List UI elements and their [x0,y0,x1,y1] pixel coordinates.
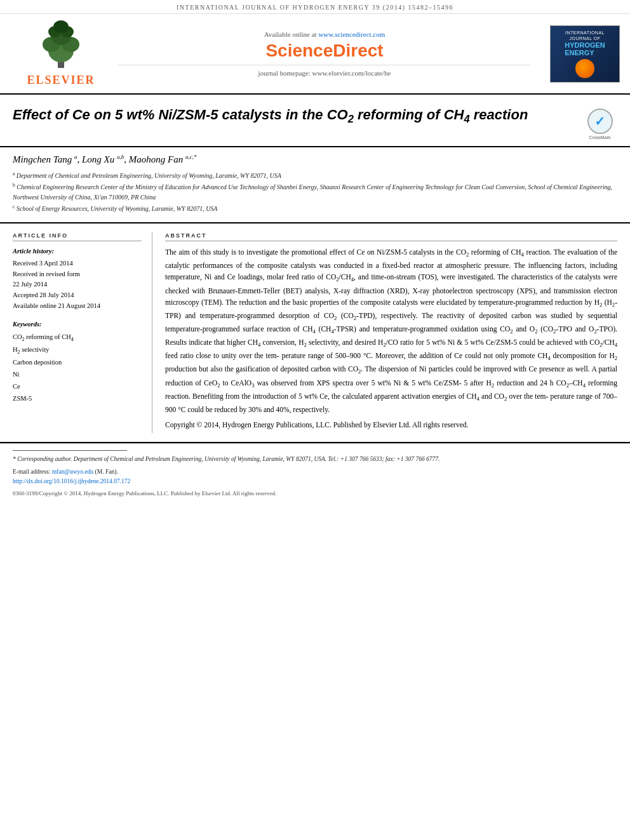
abstract-header: Abstract [165,232,617,241]
affiliation-c: c School of Energy Resources, University… [13,203,617,213]
elsevier-logo: ELSEVIER [10,20,112,87]
abstract-text: The aim of this study is to investigate … [165,246,617,431]
affiliation-a: a Department of Chemical and Petroleum E… [13,170,617,180]
journal-cover: InternationalJournal of HYDROGENENERGY [550,25,620,83]
received-date: Received 3 April 2014 [13,258,142,269]
publisher-logo-area: ELSEVIER [10,20,112,87]
affiliations: a Department of Chemical and Petroleum E… [13,170,617,213]
doi-line: http://dx.doi.org/10.1016/j.ijhydene.201… [13,477,617,486]
authors-line: Mingchen Tang a, Long Xu a,b, Maohong Fa… [13,154,617,165]
abstract-column: Abstract The aim of this study is to inv… [165,232,617,434]
keyword-1: CO2 reforming of CH4 [13,331,142,344]
issn-line: 0360-3199/Copyright © 2014, Hydrogen Ene… [13,489,617,498]
author-3: Maohong Fan [129,154,183,164]
affiliation-b: b Chemical Engineering Research Center o… [13,182,617,201]
keywords-label: Keywords: [13,319,142,330]
abstract-paragraph: The aim of this study is to investigate … [165,246,617,415]
revised-date: Received in revised form22 July 2014 [13,269,142,291]
journal-cover-energy: HYDROGENENERGY [565,41,605,57]
sciencedirect-url[interactable]: www.sciencedirect.com [318,30,385,38]
journal-homepage-text: journal homepage: www.elsevier.com/locat… [118,65,531,77]
page-header: ELSEVIER Available online at www.science… [0,14,630,95]
header-center: Available online at www.sciencedirect.co… [112,30,537,77]
article-info-column: Article Info Article history: Received 3… [13,232,152,434]
accepted-date: Accepted 28 July 2014 [13,290,142,301]
crossmark-icon: ✓ [587,109,613,134]
authors-area: Mingchen Tang a, Long Xu a,b, Maohong Fa… [0,147,630,223]
journal-cover-area: InternationalJournal of HYDROGENENERGY [537,25,620,83]
article-title: Effect of Ce on 5 wt% Ni/ZSM-5 catalysts… [13,106,570,126]
svg-point-7 [53,20,69,33]
keywords-list: CO2 reforming of CH4 H2 selectivity Carb… [13,331,142,405]
available-online-text: Available online at www.sciencedirect.co… [118,30,531,38]
journal-cover-title-line1: InternationalJournal of [565,30,605,41]
article-info-header: Article Info [13,232,142,241]
available-online-date: Available online 21 August 2014 [13,301,142,312]
keyword-4: Ni [13,369,142,381]
footer: * Corresponding author. Department of Ch… [0,443,630,503]
keyword-5: Ce [13,381,142,393]
author-email-link[interactable]: mfan@uwyo.edu [52,469,93,475]
banner-text: International Journal of Hydrogen Energy… [177,4,453,11]
elsevier-tree-icon [32,20,90,71]
sciencedirect-brand: ScienceDirect [118,41,531,61]
abstract-copyright: Copyright © 2014, Hydrogen Energy Public… [165,419,617,430]
article-title-area: Effect of Ce on 5 wt% Ni/ZSM-5 catalysts… [0,95,630,147]
article-body: Article Info Article history: Received 3… [0,223,630,444]
keyword-6: ZSM-5 [13,393,142,405]
footer-rule [13,450,127,451]
article-title-text: Effect of Ce on 5 wt% Ni/ZSM-5 catalysts… [13,106,582,126]
corresponding-author-note: * Corresponding author. Department of Ch… [13,455,617,464]
author-1: Mingchen Tang [13,154,72,164]
journal-banner: International Journal of Hydrogen Energy… [0,0,630,14]
keyword-3: Carbon deposition [13,357,142,369]
crossmark-badge[interactable]: ✓ CrossMark [582,106,617,140]
doi-link[interactable]: http://dx.doi.org/10.1016/j.ijhydene.201… [13,478,130,484]
journal-cover-graphic [575,59,594,78]
keywords-block: Keywords: CO2 reforming of CH4 H2 select… [13,319,142,405]
email-line: E-mail address: mfan@uwyo.edu (M. Fan). [13,467,617,477]
history-label: Article history: [13,246,142,257]
keyword-2: H2 selectivity [13,344,142,357]
crossmark-label: CrossMark [589,135,611,140]
elsevier-wordmark: ELSEVIER [27,74,95,87]
author-2: Long Xu [82,154,114,164]
article-history-block: Article history: Received 3 April 2014 R… [13,246,142,312]
